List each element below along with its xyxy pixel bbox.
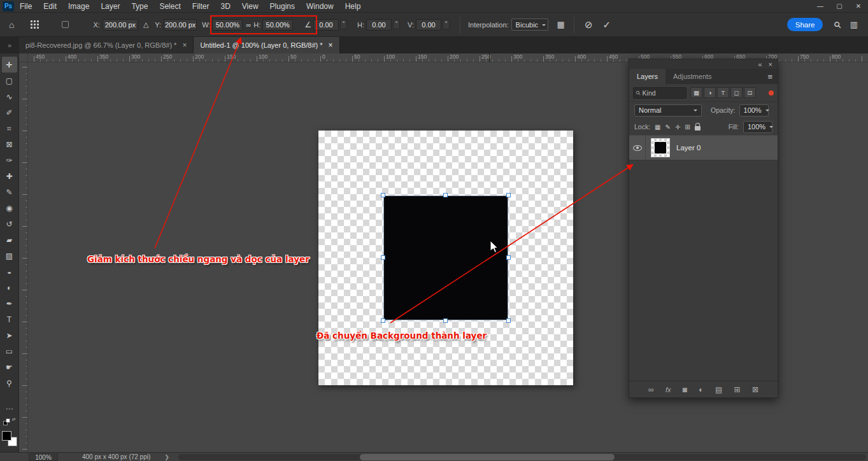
move-tool[interactable]: ✛: [2, 57, 17, 73]
minimize-button[interactable]: —: [811, 0, 830, 13]
transform-handle-e[interactable]: [506, 255, 511, 260]
visibility-cell[interactable]: [629, 136, 646, 160]
layers-list-empty-area[interactable]: [629, 160, 778, 381]
width-scale-input[interactable]: 50.00%: [212, 19, 243, 31]
close-panel-icon[interactable]: ×: [769, 60, 772, 68]
close-tab-icon[interactable]: ×: [182, 41, 187, 50]
transform-handle-se[interactable]: [506, 318, 511, 323]
workspace-switcher-icon[interactable]: ▥: [850, 20, 858, 29]
layer-thumbnail[interactable]: [651, 138, 670, 157]
lock-all-icon[interactable]: [695, 126, 701, 131]
crop-tool[interactable]: ⌗: [2, 120, 17, 136]
foreground-color-swatch[interactable]: [2, 431, 11, 441]
layer-row[interactable]: Layer 0: [629, 135, 778, 160]
eyedropper-tool[interactable]: ✑: [2, 152, 17, 168]
add-mask-icon[interactable]: ◙: [683, 385, 687, 394]
x-position-input[interactable]: 200.00 px: [103, 19, 138, 31]
rectangle-tool[interactable]: ▭: [2, 343, 17, 359]
transform-handle-nw[interactable]: [381, 193, 385, 197]
menu-help[interactable]: Help: [339, 0, 367, 13]
gradient-tool[interactable]: ▨: [2, 248, 17, 264]
link-dimensions-icon[interactable]: ∞: [246, 21, 251, 29]
menu-image[interactable]: Image: [62, 0, 95, 13]
hand-tool[interactable]: ☛: [2, 359, 17, 375]
filter-kind-select[interactable]: ⚲ Kind: [633, 87, 687, 99]
status-options-chevron-icon[interactable]: ❯: [164, 454, 169, 460]
document-tab-recovered[interactable]: pi8-Recovered.jpg @ 66.7% (Layer 0, RGB/…: [19, 37, 194, 53]
eraser-tool[interactable]: ▰: [2, 232, 17, 248]
lock-artboard-icon[interactable]: ⊞: [685, 124, 690, 131]
transform-bounding-box[interactable]: [383, 195, 508, 320]
filter-type-layers-icon[interactable]: T: [717, 87, 729, 98]
search-icon[interactable]: ⚲: [832, 18, 844, 31]
menu-file[interactable]: File: [14, 0, 38, 13]
default-colors-icon[interactable]: ⇄: [3, 417, 16, 425]
marquee-tool[interactable]: ▢: [2, 73, 17, 89]
delete-layer-icon[interactable]: ⊠: [752, 385, 758, 394]
interpolation-select[interactable]: Bicubic: [511, 18, 548, 31]
share-button[interactable]: Share: [787, 18, 823, 31]
link-layers-icon[interactable]: ∞: [648, 385, 654, 394]
close-button[interactable]: ✕: [849, 0, 868, 13]
filter-pixel-layers-icon[interactable]: ▦: [690, 87, 702, 98]
toggle-reference-point-checkbox[interactable]: [62, 21, 69, 28]
tab-adjustments[interactable]: Adjustments: [665, 69, 720, 84]
transform-handle-n[interactable]: [443, 193, 448, 197]
panel-menu-icon[interactable]: ≡: [762, 69, 778, 84]
layer-effects-icon[interactable]: fx: [665, 386, 671, 394]
collapse-panel-icon[interactable]: «: [758, 60, 762, 68]
reference-point-icon[interactable]: [31, 20, 39, 29]
scrollbar-thumb[interactable]: [360, 454, 615, 460]
menu-layer[interactable]: Layer: [95, 0, 125, 13]
history-brush-tool[interactable]: ↺: [2, 216, 17, 232]
transform-handle-s[interactable]: [443, 318, 448, 323]
dodge-tool[interactable]: ◐: [2, 280, 17, 295]
h-skew-input[interactable]: 0.00: [366, 19, 392, 31]
v-skew-input[interactable]: 0.00: [416, 19, 441, 31]
warp-mode-icon[interactable]: ▦: [557, 20, 565, 29]
blend-mode-select[interactable]: Normal: [634, 104, 702, 117]
menu-window[interactable]: Window: [301, 0, 339, 13]
menu-plugins[interactable]: Plugins: [264, 0, 301, 13]
path-selection-tool[interactable]: ➤: [2, 327, 17, 343]
filter-toggle-icon[interactable]: [769, 90, 774, 96]
new-group-icon[interactable]: ▤: [715, 385, 722, 394]
tab-layers[interactable]: Layers: [629, 69, 665, 84]
filter-smart-objects-icon[interactable]: ⊡: [744, 87, 756, 98]
type-tool[interactable]: T: [2, 311, 17, 327]
menu-filter[interactable]: Filter: [187, 0, 215, 13]
new-layer-icon[interactable]: ⊞: [734, 385, 741, 394]
horizontal-scrollbar[interactable]: [178, 454, 866, 460]
healing-brush-tool[interactable]: ✚: [2, 168, 17, 184]
vertical-ruler[interactable]: [19, 62, 28, 452]
filter-adjustment-layers-icon[interactable]: ◑: [704, 87, 716, 98]
menu-view[interactable]: View: [236, 0, 264, 13]
transform-handle-w[interactable]: [381, 255, 385, 260]
lock-transparency-icon[interactable]: ▦: [655, 124, 660, 131]
rotate-angle-input[interactable]: 0.00: [313, 19, 339, 31]
fill-select[interactable]: 100%: [743, 121, 772, 133]
height-scale-input[interactable]: 50.00%: [262, 19, 293, 31]
brush-tool[interactable]: ✎: [2, 184, 17, 200]
filter-shape-layers-icon[interactable]: ◻: [730, 87, 743, 98]
lock-pixels-icon[interactable]: ✎: [665, 124, 671, 131]
close-tab-icon[interactable]: ×: [329, 41, 333, 50]
zoom-tool[interactable]: ⚲: [2, 375, 17, 391]
tab-strip-collapse-icon[interactable]: »: [0, 37, 19, 53]
zoom-level-input[interactable]: 100%: [29, 453, 58, 461]
menu-select[interactable]: Select: [153, 0, 186, 13]
layer-name[interactable]: Layer 0: [676, 144, 701, 152]
document-canvas[interactable]: [318, 131, 573, 385]
lock-position-icon[interactable]: ✛: [675, 124, 680, 131]
relative-position-icon[interactable]: △: [143, 20, 148, 29]
menu-3d[interactable]: 3D: [215, 0, 236, 13]
swap-colors-icon[interactable]: ⇄: [12, 417, 16, 422]
blur-tool[interactable]: ◒: [2, 264, 17, 280]
cancel-transform-icon[interactable]: ⊘: [585, 19, 593, 31]
frame-tool[interactable]: ⊠: [2, 136, 17, 152]
edit-toolbar-icon[interactable]: ⋯: [6, 404, 13, 415]
clone-stamp-tool[interactable]: ◉: [2, 200, 17, 216]
commit-transform-icon[interactable]: ✓: [602, 19, 611, 31]
menu-edit[interactable]: Edit: [38, 0, 62, 13]
home-icon[interactable]: ⌂: [9, 20, 14, 30]
